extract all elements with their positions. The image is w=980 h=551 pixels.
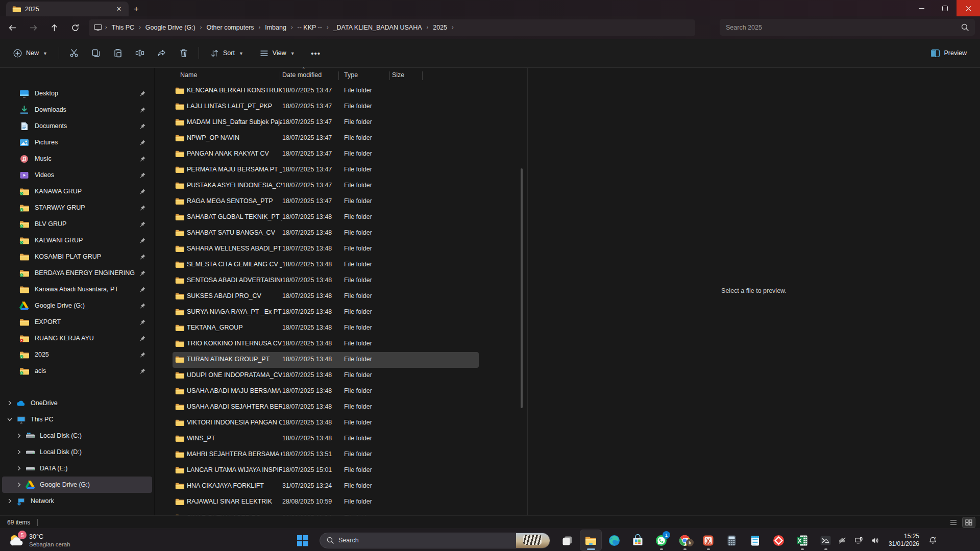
sidebar-item-music[interactable]: Music [2,151,152,167]
sidebar-item-documents[interactable]: Documents [2,118,152,134]
forward-button[interactable] [24,19,42,36]
calculator-taskbar-button[interactable] [721,530,742,550]
column-resize-handle[interactable] [338,71,339,80]
column-header-date[interactable]: Date modified [282,71,322,79]
sidebar-item-google-drive-g-[interactable]: Google Drive (G:) [2,297,152,314]
cut-button[interactable] [64,44,84,62]
sidebar-item-kanawa-abadi-nusantara-pt[interactable]: Kanawa Abadi Nusantara, PT [2,281,152,297]
vertical-scrollbar[interactable] [521,168,523,408]
sidebar-item-kosambi-plat-grup[interactable]: KOSAMBI PLAT GRUP [2,248,152,265]
notification-bell-icon[interactable]: z [925,531,940,549]
chevron-right-icon[interactable] [15,433,22,438]
weather-widget[interactable]: 5 30°C Sebagian cerah [4,531,75,550]
chevron-up-icon[interactable] [819,531,834,549]
file-row[interactable]: RAJAWALI SINAR ELEKTRIK28/08/2025 10:59F… [173,494,479,510]
back-button[interactable] [4,19,21,36]
sidebar-item-data-e-[interactable]: DATA (E:) [2,460,152,477]
column-resize-handle[interactable] [422,71,423,80]
paste-button[interactable] [108,44,128,62]
breadcrumb[interactable]: ›This PC›Google Drive (G:)›Other compute… [89,19,695,36]
sidebar-item-ruang-kerja-ayu[interactable]: RUANG KERJA AYU [2,330,152,346]
file-row[interactable]: PUSTAKA ASYFI INDONESIA_CV18/07/2025 13:… [173,178,479,194]
anydesk-taskbar-button[interactable] [768,530,789,550]
sidebar-item-blv-grup[interactable]: BLV GRUP [2,216,152,232]
column-resize-handle[interactable] [389,71,390,80]
file-row[interactable]: SAHABAT GLOBAL TEKNIK_PT _PKP18/07/2025 … [173,210,479,226]
file-row[interactable]: SURYA NIAGA RAYA_PT _Ex PT MULTI KO...18… [173,305,479,320]
search-box[interactable]: Search 2025 [720,19,975,36]
breadcrumb-item[interactable]: _DATA KLIEN_BADAN USAHA [330,22,426,33]
breadcrumb-item[interactable]: This PC [108,22,138,33]
column-header-name[interactable]: Name [180,71,197,79]
cast-device-icon[interactable] [851,531,867,549]
file-row[interactable]: RAGA MEGA SENTOSA_PTP18/07/2025 13:47Fil… [173,194,479,210]
task-view-taskbar-button[interactable] [557,530,578,550]
chevron-right-icon[interactable] [6,400,13,406]
volume-icon[interactable] [868,531,883,549]
close-button[interactable] [957,0,980,16]
file-row[interactable]: KENCANA BERKAH KONSTRUKSI_PT _PE...18/07… [173,83,479,99]
chevron-right-icon[interactable] [15,449,22,455]
chevron-right-icon[interactable] [15,482,22,487]
breadcrumb-chevron-icon[interactable]: › [138,24,142,30]
file-row[interactable]: TRIO KOKKINO INTERNUSA CV18/07/2025 13:4… [173,336,479,352]
sidebar-item-2025[interactable]: 2025 [2,346,152,363]
chevron-down-icon[interactable] [6,417,13,422]
breadcrumb-chevron-icon[interactable]: › [426,24,430,30]
file-row[interactable]: WINS_PT18/07/2025 13:48File folder [173,431,479,447]
file-row[interactable]: SUKSES ABADI PRO_CV18/07/2025 13:48File … [173,289,479,305]
file-row[interactable]: HNA CIKAJAYA FORKLIFT31/07/2025 13:24Fil… [173,479,479,494]
copy-button[interactable] [86,44,106,62]
breadcrumb-chevron-icon[interactable]: › [104,24,108,30]
chevron-right-icon[interactable] [6,498,13,504]
sidebar-item-starway-grup[interactable]: STARWAY GRUP [2,199,152,216]
refresh-button[interactable] [66,19,84,36]
file-row[interactable]: SAHARA WELLNESS ABADI_PTP18/07/2025 13:4… [173,241,479,257]
share-button[interactable] [152,44,172,62]
explorer-tab[interactable]: 2025 ✕ [6,2,129,16]
new-button[interactable]: New ▼ [7,44,54,62]
edge-taskbar-button[interactable] [604,530,625,550]
start-button[interactable] [292,530,313,550]
file-row[interactable]: LANCAR UTAMA WIJAYA INSPIRASI CV18/07/20… [173,463,479,479]
sidebar-item-this-pc[interactable]: This PC [2,411,152,428]
microsoft-store-taskbar-button[interactable] [627,530,648,550]
breadcrumb-item[interactable]: Other computers [203,22,257,33]
breadcrumb-item[interactable]: Imbang [261,22,290,33]
excel-taskbar-button[interactable] [792,530,813,550]
sidebar-item-berdaya-energy-enginering-bee-grup[interactable]: BERDAYA ENERGY ENGINERING (BEE) GRUP [2,265,152,281]
column-header-size[interactable]: Size [392,71,404,79]
file-row[interactable]: NPWP_OP NAVIN18/07/2025 13:47File folder [173,131,479,146]
sidebar-item-acis[interactable]: acis [2,363,152,379]
onedrive-paused-icon[interactable] [835,531,850,549]
column-header-type[interactable]: Type [344,71,358,79]
snipping-tool-taskbar-button[interactable] [698,530,719,550]
details-view-toggle-icon[interactable] [947,517,960,528]
sidebar-item-onedrive[interactable]: OneDrive [2,395,152,411]
file-row[interactable]: LAJU LINTAS LAUT_PT_PKP18/07/2025 13:47F… [173,99,479,115]
chevron-right-icon[interactable] [15,466,22,471]
view-button[interactable]: View ▼ [254,44,301,62]
sort-button[interactable]: Sort ▼ [204,44,250,62]
sidebar-item-videos[interactable]: Videos [2,167,152,183]
sidebar-item-local-disk-d-[interactable]: Local Disk (D:) [2,444,152,460]
file-explorer-taskbar-button[interactable] [580,530,601,550]
tab-close-icon[interactable]: ✕ [113,4,125,15]
rename-button[interactable] [130,44,150,62]
breadcrumb-item[interactable]: Google Drive (G:) [142,22,199,33]
file-row[interactable]: UDUPI ONE INDOPRATAMA_CV18/07/2025 13:48… [173,368,479,384]
sidebar-item-kalwani-grup[interactable]: KALWANI GRUP [2,232,152,248]
breadcrumb-chevron-icon[interactable]: › [290,24,294,30]
file-row[interactable]: PERMATA MAJU BERSAMA PT _Perubahan18/07/… [173,162,479,178]
delete-button[interactable] [174,44,193,62]
breadcrumb-item[interactable]: 2025 [429,22,451,33]
file-row[interactable]: USAHA ABADI MAJU BERSAMA CV18/07/2025 13… [173,384,479,399]
breadcrumb-chevron-icon[interactable]: › [199,24,203,30]
breadcrumb-item[interactable]: -- KKP -- [294,22,326,33]
file-row[interactable]: SENTOSA ABADI ADVERTAISING_CV18/07/2025 … [173,273,479,289]
sidebar-item-export[interactable]: EXPORT [2,314,152,330]
sidebar-item-pictures[interactable]: Pictures [2,134,152,151]
file-row[interactable]: MAHRI SEJAHTERA BERSAMA CV18/07/2025 13:… [173,447,479,463]
taskbar-clock[interactable]: 15:25 31/01/2026 [887,533,921,548]
file-row[interactable]: SAHABAT SATU BANGSA_CV18/07/2025 13:48Fi… [173,226,479,241]
